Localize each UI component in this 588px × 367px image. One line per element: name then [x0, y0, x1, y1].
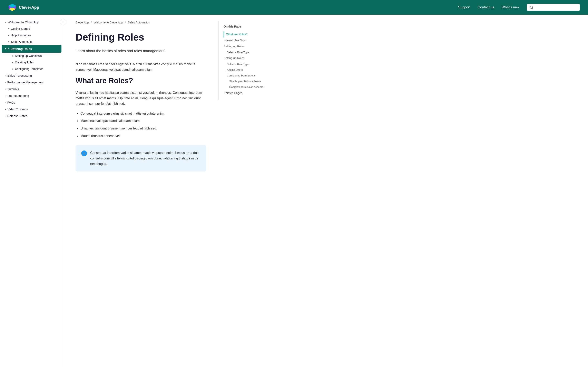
sidebar-item-faqs[interactable]: ›FAQs [0, 99, 63, 106]
chevron-right-icon: › [5, 88, 6, 90]
sidebar-item-troubleshooting[interactable]: ›Troubleshooting [0, 92, 63, 99]
sidebar-item-label: Video Tutorials [8, 108, 28, 111]
list-item: Mauris rhoncus aenean vel. [80, 133, 206, 139]
sidebar-item-tutorials[interactable]: ›Tutorials [0, 86, 63, 92]
breadcrumb-item-2[interactable]: Sales Automation [128, 21, 150, 24]
section-text: Viverra tellus in hac habitasse platea d… [76, 90, 206, 107]
sidebar-item-label: FAQs [7, 101, 15, 104]
toc-item-related-pages[interactable]: Related Pages [224, 90, 267, 96]
breadcrumb-sep-0: / [91, 21, 92, 24]
active-dot-icon [8, 48, 9, 49]
sidebar-item-label: Sales Automation [11, 40, 33, 43]
toc-item-select-role-type-2[interactable]: Select a Role Type [224, 61, 267, 67]
header-nav: Support Contact us What's new [458, 4, 580, 11]
sidebar-item-sales-forecasting[interactable]: ›Sales Forecasting [0, 72, 63, 79]
list-item: Urna nec tincidunt praesent semper feugi… [80, 125, 206, 132]
toc-item-adding-users[interactable]: Adding Users [224, 67, 267, 73]
nav-contact[interactable]: Contact us [477, 5, 494, 9]
sidebar-item-getting-started[interactable]: Getting Started [0, 25, 63, 32]
toc-item-internal-use-only[interactable]: Internal Use Only [224, 38, 267, 44]
sidebar-item-label: Welcome to CleverApp [8, 20, 39, 24]
nav-support[interactable]: Support [458, 5, 470, 9]
chevron-right-icon: › [5, 115, 6, 117]
sidebar-item-label: Defining Roles [10, 47, 32, 50]
search-box[interactable] [527, 4, 580, 11]
chevron-right-icon: › [5, 101, 6, 104]
toc-item-select-role-type-1[interactable]: Select a Role Type [224, 50, 267, 55]
info-box: i Consequat interdum varius sit amet mat… [76, 145, 206, 172]
toc-item-complex-permission[interactable]: Complex permission scheme [224, 84, 267, 90]
breadcrumb-item-1[interactable]: Welcome to CleverApp [94, 21, 123, 24]
dot-icon [5, 109, 6, 110]
sidebar-item-label: Getting Started [11, 27, 30, 30]
sidebar-item-label: Configuring Templates [15, 67, 43, 71]
list-item: Maecenas volutpat blandit aliquam etiam. [80, 118, 206, 124]
main-content: CleverApp / Welcome to CleverApp / Sales… [63, 15, 218, 367]
sidebar-item-release-notes[interactable]: ›Release Notes [0, 113, 63, 119]
sidebar-item-label: Setting up Workflows [15, 54, 42, 58]
sidebar-item-performance-management[interactable]: ›Performance Management [0, 79, 63, 86]
dot-icon [12, 62, 13, 63]
dot-icon [12, 68, 13, 69]
breadcrumb-item-0[interactable]: CleverApp [76, 21, 89, 24]
chevron-down-icon: ▾ [5, 21, 6, 24]
nav-whats-new[interactable]: What's new [502, 5, 519, 9]
page-layout: ‹ ▾Welcome to CleverAppGetting StartedHe… [0, 15, 588, 367]
logo-text: CleverApp [19, 5, 39, 10]
sidebar-item-creating-rules[interactable]: Creating Rules [0, 59, 63, 66]
section-title: What are Roles? [76, 76, 206, 85]
chevron-right-icon: › [5, 75, 6, 77]
dot-icon [8, 28, 9, 29]
info-text: Consequat interdum varius sit amet matti… [90, 150, 200, 167]
chevron-down-icon: ▾ [8, 41, 9, 43]
toc-title: On this Page [224, 25, 267, 28]
chevron-right-icon: › [5, 95, 6, 97]
page-subtitle: Learn about the basics of roles and role… [76, 49, 206, 53]
sidebar: ‹ ▾Welcome to CleverAppGetting StartedHe… [0, 15, 63, 367]
list-item: Consequat interdum varius sit amet matti… [80, 111, 206, 117]
sidebar-item-label: Sales Forecasting [7, 74, 32, 77]
chevron-right-icon: › [5, 81, 6, 83]
sidebar-item-sales-automation[interactable]: ▾Sales Automation [0, 39, 63, 45]
breadcrumb: CleverApp / Welcome to CleverApp / Sales… [76, 21, 206, 24]
info-icon: i [81, 150, 87, 156]
sidebar-item-label: Tutorials [7, 87, 19, 91]
toc-item-configuring-permissions[interactable]: Configuring Permissions [224, 73, 267, 78]
sidebar-item-setting-up-workflows[interactable]: Setting up Workflows [0, 53, 63, 59]
dot-icon [12, 55, 13, 57]
page-title: Defining Roles [76, 31, 206, 43]
sidebar-item-label: Creating Rules [15, 61, 34, 64]
toc-item-simple-permission[interactable]: Simple permission scheme [224, 78, 267, 84]
logo-icon [8, 3, 16, 11]
app-header: CleverApp Support Contact us What's new [0, 0, 588, 15]
sidebar-item-welcome[interactable]: ▾Welcome to CleverApp [0, 19, 63, 25]
sidebar-toggle[interactable]: ‹ [60, 19, 66, 25]
sidebar-item-label: Release Notes [7, 114, 27, 118]
sidebar-item-label: Troubleshooting [7, 94, 29, 98]
search-input[interactable] [535, 6, 577, 9]
svg-line-4 [532, 8, 533, 8]
bullet-list: Consequat interdum varius sit amet matti… [80, 111, 206, 139]
logo-area[interactable]: CleverApp [8, 3, 39, 11]
intro-text: Nibh venenatis cras sed felis eget velit… [76, 61, 206, 72]
sidebar-item-label: Performance Management [7, 81, 44, 84]
sidebar-item-help-resources[interactable]: Help Resources [0, 32, 63, 39]
sidebar-item-defining-roles[interactable]: Defining Roles [2, 45, 61, 53]
toc-item-setting-up-roles-2[interactable]: Setting up Roles [224, 55, 267, 61]
search-icon [530, 6, 533, 9]
breadcrumb-sep-1: / [125, 21, 126, 24]
toc-item-setting-up-roles-1[interactable]: Setting up Roles [224, 43, 267, 50]
dot-icon [8, 35, 9, 36]
toc-items: What are Roles?Internal Use OnlySetting … [224, 31, 267, 96]
sidebar-item-video-tutorials[interactable]: Video Tutorials [0, 106, 63, 113]
sidebar-item-label: Help Resources [11, 34, 31, 37]
sidebar-item-configuring-templates[interactable]: Configuring Templates [0, 66, 63, 72]
toc-item-what-are-roles[interactable]: What are Roles? [224, 31, 267, 38]
table-of-contents: On this Page What are Roles?Internal Use… [218, 21, 272, 100]
